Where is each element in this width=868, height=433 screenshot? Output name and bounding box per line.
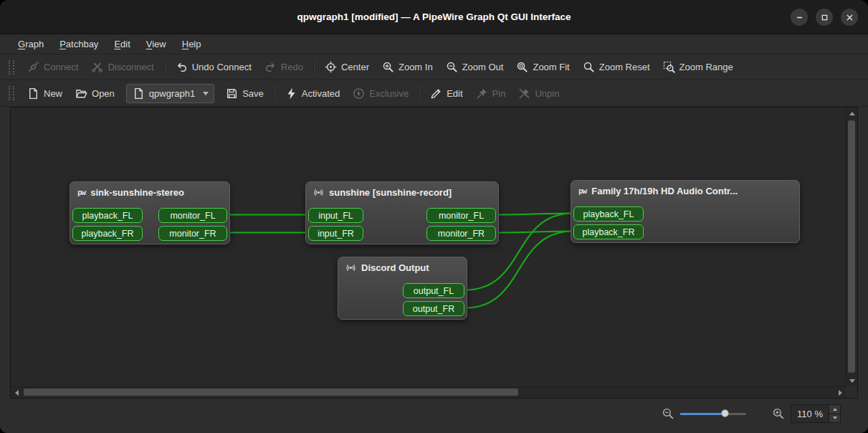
new-file-icon: [27, 87, 39, 100]
zoom-out-icon: [446, 61, 458, 73]
redo-button[interactable]: Redo: [258, 57, 310, 77]
desktop: qpwgraph1 [modified] — A PipeWire Graph …: [0, 0, 868, 433]
save-button[interactable]: Save: [219, 84, 270, 103]
audio-node-icon: [345, 262, 356, 273]
connect-icon: [27, 61, 39, 73]
node-input-port[interactable]: playback_FL: [72, 208, 143, 223]
activated-bolt-icon: [285, 87, 297, 100]
zoom-reset-button[interactable]: Zoom Reset: [576, 57, 657, 77]
graph-canvas[interactable]: pw sink-sunshine-stereo playback_FL play…: [11, 108, 846, 386]
node-output-port[interactable]: monitor_FR: [426, 226, 496, 241]
edit-pencil-icon: [430, 87, 442, 100]
graph-toolbar: Connect Disconnect Undo Connect Redo Cen…: [0, 54, 868, 80]
disconnect-button[interactable]: Disconnect: [85, 57, 160, 77]
node-title: Discord Output: [361, 262, 429, 273]
disconnect-icon: [91, 61, 103, 73]
toolbar-separator: [313, 60, 315, 75]
scroll-right-button[interactable]: [834, 387, 846, 399]
scroll-down-button[interactable]: [846, 375, 858, 386]
open-button[interactable]: Open: [69, 84, 121, 103]
menu-edit[interactable]: Edit: [106, 36, 138, 52]
graph-node-family-hd-audio[interactable]: pw Family 17h/19h HD Audio Contr... play…: [571, 180, 800, 243]
spin-buttons: [829, 405, 840, 422]
pin-icon: [476, 87, 488, 100]
titlebar[interactable]: qpwgraph1 [modified] — A PipeWire Graph …: [0, 0, 868, 34]
exclusive-button[interactable]: Exclusive: [346, 84, 415, 103]
undo-connect-button[interactable]: Undo Connect: [169, 57, 258, 77]
qpwgraph-window: qpwgraph1 [modified] — A PipeWire Graph …: [0, 0, 868, 433]
audio-node-icon: [313, 187, 324, 198]
node-header: sunshine [sunshine-record]: [306, 182, 498, 198]
zoom-slider-handle[interactable]: [721, 409, 729, 417]
scroll-left-button[interactable]: [11, 387, 22, 399]
node-output-port[interactable]: monitor_FR: [158, 226, 227, 241]
node-input-port[interactable]: playback_FR: [573, 224, 644, 239]
unpin-button[interactable]: Unpin: [512, 84, 566, 103]
zoom-out-button[interactable]: Zoom Out: [439, 57, 510, 77]
toolbar-handle[interactable]: [9, 86, 14, 100]
center-button[interactable]: Center: [318, 57, 376, 77]
graph-node-sink-sunshine-stereo[interactable]: pw sink-sunshine-stereo playback_FL play…: [70, 181, 230, 244]
node-input-port[interactable]: playback_FL: [573, 206, 644, 222]
zoom-spinbox[interactable]: 110 %: [791, 404, 841, 423]
undo-icon: [176, 61, 188, 73]
pin-button[interactable]: Pin: [469, 84, 512, 103]
zoom-slider[interactable]: [680, 407, 746, 420]
maximize-button[interactable]: [816, 9, 833, 26]
zoom-out-icon[interactable]: [662, 407, 674, 420]
graph-node-sunshine[interactable]: sunshine [sunshine-record] input_FL inpu…: [305, 181, 499, 244]
center-icon: [325, 61, 337, 73]
node-header: pw Family 17h/19h HD Audio Contr...: [571, 181, 799, 196]
vertical-scrollbar-thumb[interactable]: [848, 120, 855, 373]
zoom-in-button[interactable]: Zoom In: [376, 57, 439, 77]
menu-help[interactable]: Help: [174, 36, 209, 52]
node-title: sink-sunshine-stereo: [90, 187, 184, 198]
node-input-port[interactable]: playback_FR: [72, 226, 143, 241]
horizontal-scrollbar[interactable]: [11, 386, 846, 398]
node-output-port[interactable]: monitor_FL: [158, 208, 227, 223]
open-folder-icon: [75, 87, 87, 100]
close-button[interactable]: [841, 9, 858, 26]
connect-button[interactable]: Connect: [21, 57, 85, 77]
save-icon: [226, 87, 238, 100]
zoom-in-icon: [382, 61, 394, 73]
zoom-fit-button[interactable]: Zoom Fit: [510, 57, 576, 77]
node-input-port[interactable]: input_FL: [308, 208, 363, 223]
minimize-button[interactable]: [791, 9, 808, 26]
toolbar-separator: [419, 85, 420, 101]
exclusive-icon: [353, 87, 365, 100]
pipewire-icon: pw: [578, 186, 586, 196]
horizontal-scrollbar-thumb[interactable]: [24, 389, 518, 396]
pipewire-icon: pw: [77, 188, 85, 197]
zoom-value[interactable]: 110 %: [791, 405, 829, 422]
spin-down-button[interactable]: [829, 414, 840, 423]
zoom-range-button[interactable]: Zoom Range: [657, 57, 740, 77]
unpin-icon: [518, 87, 530, 100]
scroll-up-button[interactable]: [846, 108, 858, 119]
activated-button[interactable]: Activated: [279, 84, 346, 103]
toolbar-separator: [164, 60, 166, 75]
toolbar-handle[interactable]: [9, 60, 14, 75]
node-input-port[interactable]: input_FR: [308, 226, 363, 241]
node-output-port[interactable]: monitor_FL: [426, 208, 496, 223]
node-header: Discord Output: [338, 257, 467, 273]
vertical-scrollbar[interactable]: [846, 108, 857, 386]
menu-graph[interactable]: Graph: [10, 36, 52, 52]
new-button[interactable]: New: [21, 84, 69, 103]
zoom-range-icon: [663, 61, 675, 73]
zoom-in-icon[interactable]: [772, 407, 785, 420]
menu-view[interactable]: View: [138, 36, 174, 52]
toolbar-separator: [274, 85, 275, 101]
patchbay-profile-combo[interactable]: qpwgraph1: [126, 84, 214, 103]
menu-patchbay[interactable]: Patchbay: [52, 36, 106, 52]
graph-node-discord-output[interactable]: Discord Output output_FL output_FR: [338, 257, 467, 320]
scrollbar-corner: [846, 386, 857, 398]
spin-up-button[interactable]: [829, 405, 840, 414]
node-title: Family 17h/19h HD Audio Contr...: [591, 186, 738, 196]
zoom-reset-icon: [583, 61, 595, 73]
graph-view: pw sink-sunshine-stereo playback_FL play…: [10, 107, 858, 399]
edit-button[interactable]: Edit: [424, 84, 469, 103]
node-output-port[interactable]: output_FR: [403, 301, 464, 316]
patchbay-toolbar: New Open qpwgraph1 Save Activated: [0, 80, 868, 107]
node-output-port[interactable]: output_FL: [403, 283, 464, 298]
